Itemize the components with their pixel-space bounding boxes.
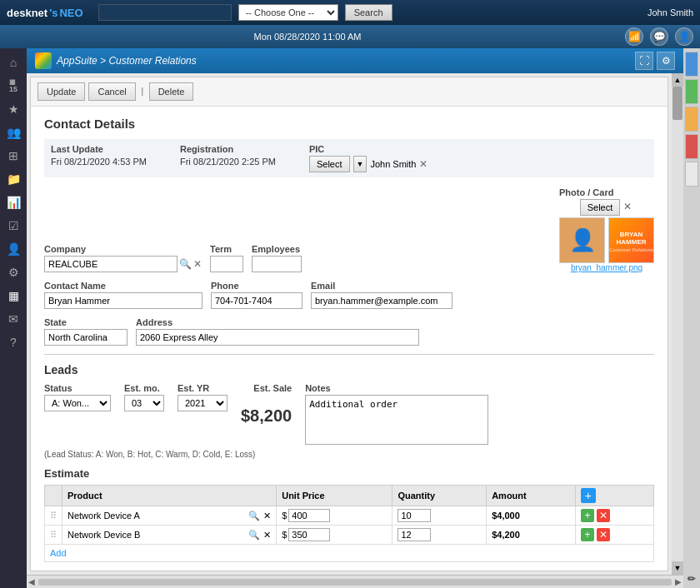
- status-select[interactable]: A: Won...: [44, 395, 111, 411]
- product-search-icon[interactable]: 🔍: [248, 511, 260, 521]
- photo-filename-link[interactable]: bryan_hammer.png: [571, 263, 642, 272]
- add-estimate-link[interactable]: Add: [50, 548, 67, 558]
- unit-price-input[interactable]: [288, 528, 330, 541]
- est-yr-select[interactable]: 2021: [178, 395, 228, 411]
- lead-status-note: (Lead Status: A: Won, B: Hot, C: Warm, D…: [44, 450, 654, 459]
- employees-field: Employees: [252, 244, 302, 272]
- fullscreen-button[interactable]: ⛶: [635, 52, 653, 70]
- sidebar-icon-app[interactable]: ▦: [2, 285, 24, 306]
- address-label: Address: [136, 317, 419, 327]
- phone-field: Phone: [211, 281, 302, 309]
- sidebar-icon-chart[interactable]: 📊: [2, 192, 24, 213]
- row-actions: + ✕: [575, 526, 653, 545]
- choose-one-select[interactable]: -- Choose One --: [238, 4, 338, 21]
- product-clear-icon[interactable]: ✕: [263, 511, 271, 521]
- breadcrumb-separator: >: [100, 55, 108, 67]
- pic-select-button[interactable]: Select: [309, 156, 350, 172]
- photo-select-button[interactable]: Select: [580, 199, 621, 216]
- profile-icon[interactable]: 👤: [675, 27, 693, 46]
- term-input[interactable]: [210, 256, 243, 272]
- remove-row-button[interactable]: ✕: [597, 528, 610, 541]
- wifi-icon[interactable]: 📶: [625, 27, 643, 46]
- chat-icon[interactable]: 💬: [650, 27, 668, 46]
- right-panel-item-1[interactable]: [685, 52, 698, 77]
- notes-textarea[interactable]: [305, 395, 488, 445]
- employees-input[interactable]: [252, 256, 302, 272]
- scroll-left[interactable]: ◀: [28, 577, 35, 586]
- add-row-button[interactable]: +: [581, 528, 594, 541]
- sidebar-icon-people[interactable]: 👥: [2, 122, 24, 143]
- contact-log-section: Contact Log Contact Date Purpose / Notes…: [44, 571, 654, 571]
- drag-handle[interactable]: ⠿: [45, 506, 62, 526]
- delete-button[interactable]: Delete: [149, 82, 194, 101]
- search-input[interactable]: [98, 4, 232, 21]
- right-panel-item-5[interactable]: [685, 162, 698, 187]
- address-input[interactable]: [136, 329, 419, 346]
- remove-row-button[interactable]: ✕: [597, 509, 610, 522]
- scroll-down[interactable]: ▼: [672, 561, 683, 575]
- phone-input[interactable]: [211, 292, 302, 309]
- right-panel-item-2[interactable]: [685, 79, 698, 104]
- drag-handle[interactable]: ⠿: [45, 526, 62, 545]
- company-search-icon[interactable]: 🔍: [179, 258, 192, 270]
- contact-name-row: Contact Name Phone Email: [44, 281, 654, 309]
- content-area: AppSuite > Customer Relations ⛶ ⚙ Update…: [27, 48, 683, 588]
- product-clear-icon[interactable]: ✕: [263, 530, 271, 541]
- form-toolbar: Update Cancel I Delete: [31, 77, 668, 107]
- right-panel-edit-icon[interactable]: ✏: [688, 573, 696, 585]
- last-update-label: Last Update: [51, 144, 147, 154]
- est-sale-label: Est. Sale: [253, 383, 292, 393]
- settings-button[interactable]: ⚙: [657, 52, 675, 70]
- right-panel-item-4[interactable]: [685, 134, 698, 159]
- unit-price-input[interactable]: [288, 509, 330, 522]
- company-clear-icon[interactable]: ✕: [193, 258, 202, 270]
- add-estimate-row-button[interactable]: +: [581, 488, 596, 503]
- sidebar-icon-calendar[interactable]: ▦ 15: [2, 75, 24, 97]
- horizontal-scrollbar[interactable]: ◀ ▶: [27, 575, 683, 588]
- row-actions: + ✕: [575, 506, 653, 526]
- breadcrumb: AppSuite > Customer Relations: [57, 55, 197, 67]
- scroll-right[interactable]: ▶: [675, 577, 682, 586]
- breadcrumb-parent: AppSuite: [57, 55, 98, 67]
- quantity-input[interactable]: [398, 528, 431, 541]
- scroll-thumb[interactable]: [672, 87, 682, 120]
- update-button[interactable]: Update: [38, 82, 85, 101]
- cancel-button[interactable]: Cancel: [88, 82, 135, 101]
- scroll-up[interactable]: ▲: [672, 73, 683, 87]
- est-yr-field: Est. YR 2021: [178, 383, 228, 411]
- status-label: Status: [44, 383, 111, 393]
- contact-photo: 👤: [559, 217, 605, 263]
- contact-name-input[interactable]: [44, 292, 202, 309]
- sidebar-icon-task[interactable]: ☑: [2, 215, 24, 237]
- pic-user-name: John Smith: [370, 159, 416, 169]
- sidebar-icon-mail[interactable]: ✉: [2, 308, 24, 330]
- vertical-scrollbar[interactable]: ▲ ▼: [672, 73, 683, 575]
- sidebar-icon-settings[interactable]: ⚙: [2, 262, 24, 283]
- email-input[interactable]: [311, 292, 452, 309]
- amount-cell: $4,000: [487, 506, 576, 526]
- sidebar-icon-folder[interactable]: 📁: [2, 168, 24, 190]
- col-unit-price: Unit Price: [277, 486, 392, 506]
- amount-cell: $4,200: [487, 526, 576, 545]
- sidebar-icon-help[interactable]: ?: [2, 331, 24, 353]
- state-input[interactable]: [44, 329, 128, 346]
- quantity-input[interactable]: [398, 509, 431, 522]
- right-panel-item-3[interactable]: [685, 107, 698, 132]
- company-input[interactable]: [44, 256, 178, 272]
- pic-select-arrow[interactable]: ▼: [353, 156, 368, 172]
- app-header-actions: ⛶ ⚙: [635, 52, 675, 70]
- est-mo-select[interactable]: 03: [124, 395, 164, 411]
- photo-remove-icon[interactable]: ✕: [622, 199, 633, 216]
- sidebar-icon-home[interactable]: ⌂: [2, 52, 24, 73]
- pic-remove-icon[interactable]: ✕: [419, 158, 428, 170]
- search-button[interactable]: Search: [345, 4, 392, 21]
- leads-section: Leads Status A: Won...: [44, 363, 654, 459]
- product-search-icon[interactable]: 🔍: [248, 530, 260, 541]
- user-label: John Smith: [648, 7, 693, 17]
- add-row-button[interactable]: +: [581, 509, 594, 522]
- sidebar-icon-user[interactable]: 👤: [2, 238, 24, 260]
- company-field: Company 🔍 ✕: [44, 244, 202, 272]
- sidebar-icon-layout[interactable]: ⊞: [2, 145, 24, 167]
- sidebar-icon-star[interactable]: ★: [2, 98, 24, 120]
- estimate-title: Estimate: [44, 467, 654, 480]
